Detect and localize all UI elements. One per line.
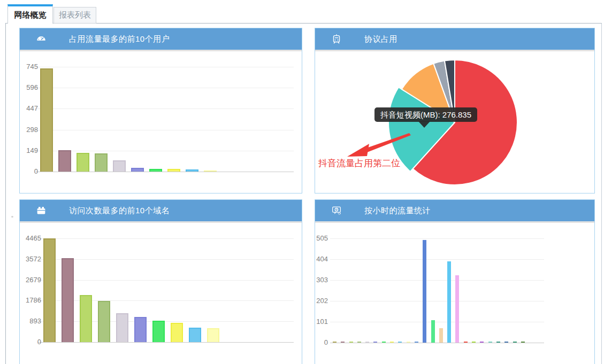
bar[interactable] [189, 328, 201, 342]
y-axis-tick-label: 1786 [20, 296, 41, 305]
panel-title: 占用流量最多的前10个用户 [69, 34, 170, 44]
bar[interactable] [116, 313, 128, 342]
bar[interactable] [134, 317, 147, 342]
bar[interactable] [423, 240, 426, 343]
bar[interactable] [341, 342, 345, 343]
tab-report-list[interactable]: 报表列表 [53, 7, 96, 24]
y-axis-tick-label: 745 [20, 63, 38, 71]
bar[interactable] [98, 301, 110, 342]
y-axis-tick-label: 303 [315, 276, 328, 284]
bar[interactable] [349, 342, 353, 343]
bar[interactable] [149, 169, 162, 172]
hourly-bar-chart[interactable]: 0101202303404505 [315, 223, 594, 364]
bar[interactable] [40, 68, 53, 172]
bar[interactable] [373, 342, 377, 343]
bar[interactable] [472, 342, 476, 343]
y-axis-tick-label: 298 [20, 126, 38, 134]
bar[interactable] [415, 342, 418, 343]
bar[interactable] [431, 320, 435, 343]
y-axis-tick-label: 3572 [20, 255, 41, 264]
pie-tooltip-text: 抖音短视频(MB): 276.835 [380, 110, 471, 119]
bar[interactable] [80, 295, 92, 342]
panel-header: 按小时的流量统计 [315, 200, 594, 223]
y-axis-tick-label: 404 [315, 255, 328, 264]
tab-label: 网络概览 [14, 10, 47, 20]
protocol-pie-chart[interactable] [315, 51, 594, 193]
panel-hourly-traffic: 按小时的流量统计 0101202303404505 [315, 199, 595, 364]
bar[interactable] [43, 238, 56, 342]
y-axis-tick-label: 202 [315, 297, 328, 305]
bars-group [333, 238, 525, 343]
bar[interactable] [504, 342, 508, 343]
panel-title: 按小时的流量统计 [364, 206, 431, 216]
bar[interactable] [390, 342, 394, 343]
bars-group [43, 238, 219, 342]
bar[interactable] [398, 342, 402, 343]
panel-header: 协议占用 [315, 28, 594, 51]
bar[interactable] [365, 342, 369, 343]
bar[interactable] [131, 168, 144, 172]
bar[interactable] [488, 342, 492, 343]
y-axis-tick-label: 0 [315, 338, 328, 347]
bar[interactable] [480, 342, 484, 343]
panel-title: 协议占用 [364, 34, 397, 44]
bar[interactable] [333, 342, 337, 343]
gridline [330, 343, 544, 343]
dashboard-page: 网络概览 报表列表 占用流量最多的前10个用户 0149298447596745 [0, 0, 604, 364]
y-axis-tick-label: 447 [20, 104, 38, 113]
bar[interactable] [207, 328, 219, 342]
pie-tooltip: 抖音短视频(MB): 276.835 [374, 107, 477, 122]
y-axis-tick-label: 0 [20, 338, 41, 346]
bar[interactable] [113, 160, 126, 172]
y-axis-tick-label: 101 [315, 317, 328, 326]
y-axis-tick-label: 596 [20, 83, 38, 92]
gauge-icon [35, 33, 48, 45]
tab-network-overview[interactable]: 网络概览 [7, 4, 53, 24]
bar[interactable] [447, 261, 451, 343]
bar[interactable] [77, 153, 89, 172]
calendar-icon [35, 204, 48, 217]
bar[interactable] [171, 323, 183, 342]
tab-label: 报表列表 [59, 10, 91, 20]
y-axis-tick-label: 4465 [20, 234, 41, 243]
bar[interactable] [439, 328, 443, 343]
y-axis-tick-label: 0 [20, 167, 38, 176]
bar[interactable] [167, 169, 180, 172]
y-axis-tick-label: 149 [20, 146, 38, 155]
tooltip-pointer-icon [418, 121, 430, 128]
y-axis-tick-label: 893 [20, 317, 41, 326]
bar[interactable] [186, 169, 198, 172]
bar[interactable] [152, 321, 165, 342]
bar[interactable] [455, 275, 459, 343]
gridline [36, 172, 294, 172]
bar[interactable] [357, 342, 361, 343]
panel-top-domains: 访问次数最多的前10个域名 08931786267935724465 [19, 199, 302, 364]
bar[interactable] [513, 342, 517, 343]
panel-header: 占用流量最多的前10个用户 [20, 28, 302, 51]
y-axis-tick-label: 2679 [20, 276, 41, 284]
bar[interactable] [496, 342, 500, 343]
annotation-text: 抖音流量占用第二位 [318, 157, 400, 169]
bar[interactable] [521, 342, 525, 343]
bar[interactable] [95, 153, 108, 172]
decoration-dot [11, 216, 13, 218]
train-icon [330, 33, 343, 45]
bar[interactable] [382, 342, 386, 343]
gridline [38, 342, 294, 343]
top-domains-bar-chart[interactable]: 08931786267935724465 [20, 223, 302, 364]
chat-gear-icon [330, 204, 343, 217]
y-axis-tick-label: 505 [315, 234, 328, 243]
bar[interactable] [58, 150, 71, 172]
panel-protocol: 协议占用 抖音短视频(MB): 276.835 抖音流量占用第二位 [315, 28, 595, 193]
panel-title: 访问次数最多的前10个域名 [69, 206, 170, 216]
top-users-bar-chart[interactable]: 0149298447596745 [20, 51, 302, 193]
bars-group [40, 67, 217, 172]
bar[interactable] [464, 342, 468, 343]
bar[interactable] [62, 258, 74, 342]
panel-top-users: 占用流量最多的前10个用户 0149298447596745 [19, 28, 302, 193]
bar[interactable] [407, 342, 410, 343]
panel-header: 访问次数最多的前10个域名 [20, 200, 302, 223]
bar[interactable] [204, 171, 217, 172]
